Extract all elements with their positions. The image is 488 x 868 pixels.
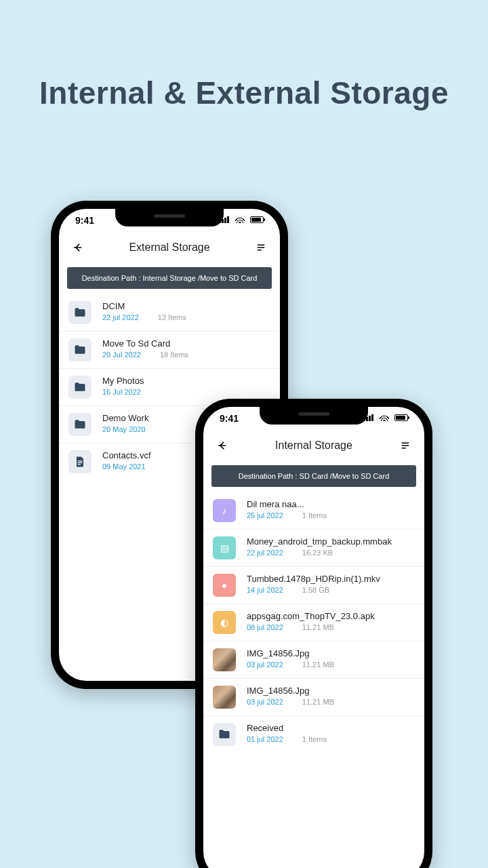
page-headline: Internal & External Storage (0, 75, 488, 111)
file-size: 1 Items (302, 511, 327, 519)
status-icons (363, 414, 408, 423)
doc-icon (68, 450, 92, 473)
wifi-icon (380, 414, 389, 421)
file-date: 03 jul 2022 (247, 698, 283, 706)
file-size: 16.23 KB (302, 549, 333, 557)
list-item[interactable]: ▤Money_android_tmp_backup.mmbak22 jul 20… (203, 530, 424, 567)
path-banner: Destination Path : SD Card /Move to SD C… (211, 465, 416, 487)
app-bar: External Storage (59, 232, 280, 263)
list-item[interactable]: ♪Dil mera naa...25 jul 20221 Items (203, 492, 424, 530)
file-name: My Photos (102, 376, 270, 386)
phone-internal: 9:41 Internal Storage Destination Path :… (195, 399, 432, 868)
screen-title: External Storage (85, 241, 254, 254)
image-icon (213, 648, 236, 671)
video-icon: ● (213, 574, 236, 597)
file-size: 1 Items (302, 735, 327, 743)
folder-icon (68, 376, 92, 399)
file-size: 11.21 MB (302, 623, 334, 631)
file-date: 25 jul 2022 (247, 511, 283, 519)
image-icon (213, 686, 236, 709)
file-date: 09 May 2021 (102, 462, 146, 471)
file-date: 22 jul 2022 (247, 549, 283, 557)
file-size: 1.58 GB (302, 586, 329, 594)
file-name: IMG_14856.Jpg (247, 686, 415, 696)
file-size: 18 Items (160, 351, 188, 359)
list-item[interactable]: IMG_14856.Jpg03 jul 202211.21 MB (203, 679, 424, 716)
back-icon[interactable] (71, 241, 85, 254)
list-item[interactable]: DCIM22 jul 202212 Items (59, 294, 280, 332)
file-name: Move To Sd Card (102, 338, 270, 349)
file-date: 20 Jul 2022 (102, 351, 141, 359)
file-date: 03 jul 2022 (247, 660, 283, 669)
status-time: 9:41 (220, 413, 239, 424)
list-item[interactable]: Move To Sd Card20 Jul 202218 Items (59, 332, 280, 369)
menu-icon[interactable] (399, 439, 412, 452)
folder-icon (68, 338, 92, 361)
list-item[interactable]: IMG_14856.Jpg03 jul 202211.21 MB (203, 642, 424, 679)
app-bar: Internal Storage (203, 430, 424, 461)
notch (260, 407, 368, 425)
folder-icon (68, 301, 92, 324)
apk-icon: ◐ (213, 611, 236, 634)
wifi-icon (235, 216, 245, 223)
file-date: 16 Jul 2022 (102, 388, 141, 396)
file-list: ♪Dil mera naa...25 jul 20221 Items▤Money… (203, 492, 424, 753)
status-time: 9:41 (75, 215, 94, 226)
folder-icon (68, 413, 92, 436)
file-size: 11.21 MB (302, 660, 334, 669)
file-date: 08 jul 2022 (247, 623, 283, 631)
file-name: Tumbbed.1478p_HDRip.in(1).mkv (247, 574, 415, 584)
file-name: Money_android_tmp_backup.mmbak (247, 536, 415, 547)
menu-icon[interactable] (254, 241, 268, 254)
music-icon: ♪ (213, 499, 236, 522)
folder-icon (213, 723, 236, 746)
file-size: 11.21 MB (302, 698, 334, 706)
list-item[interactable]: ◐appsgag.com_ThopTV_23.0.apk08 jul 20221… (203, 604, 424, 642)
status-icons (219, 216, 264, 225)
list-item[interactable]: Received01 jul 20221 Items (203, 716, 424, 753)
file-name: DCIM (102, 301, 270, 311)
back-icon[interactable] (216, 439, 229, 452)
battery-icon (250, 216, 264, 223)
file-name: Dil mera naa... (247, 499, 415, 509)
file-name: Received (247, 723, 415, 733)
list-item[interactable]: ●Tumbbed.1478p_HDRip.in(1).mkv14 jul 202… (203, 567, 424, 604)
file-date: 22 jul 2022 (102, 313, 139, 321)
file-date: 20 May 2020 (102, 425, 146, 433)
file-icon: ▤ (213, 536, 236, 559)
file-name: appsgag.com_ThopTV_23.0.apk (247, 611, 415, 621)
file-size: 12 Items (158, 313, 186, 321)
file-name: IMG_14856.Jpg (247, 648, 415, 658)
file-date: 01 jul 2022 (247, 735, 283, 743)
notch (115, 209, 224, 226)
file-date: 14 jul 2022 (247, 586, 283, 594)
path-banner: Destination Path : Internal Storage /Mov… (67, 267, 272, 289)
screen-title: Internal Storage (229, 439, 399, 452)
battery-icon (394, 414, 408, 421)
